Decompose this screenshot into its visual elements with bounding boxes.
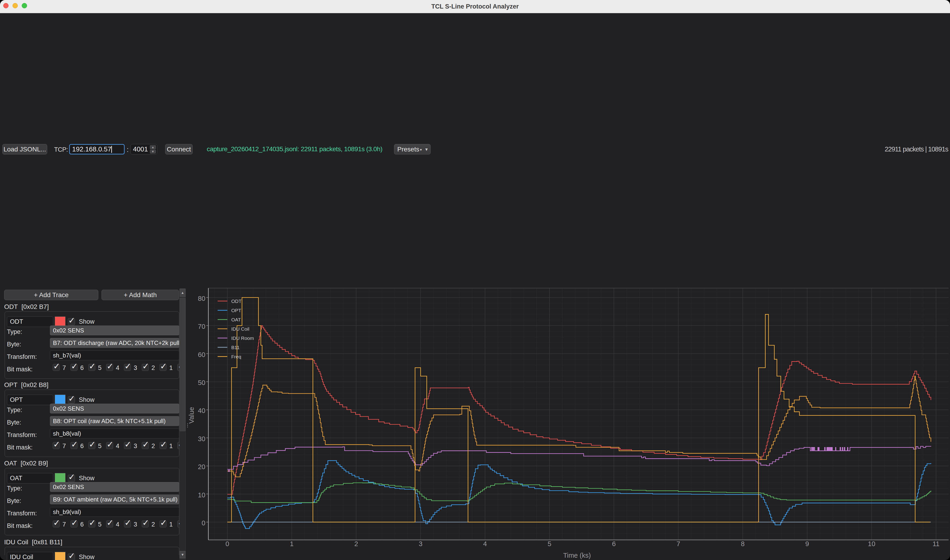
svg-text:40: 40 (198, 407, 205, 414)
svg-text:70: 70 (198, 323, 205, 330)
svg-text:Value: Value (188, 407, 195, 423)
svg-text:3: 3 (419, 540, 422, 548)
svg-text:Freq: Freq (231, 354, 241, 359)
svg-text:0: 0 (225, 540, 229, 548)
svg-text:10: 10 (868, 540, 875, 548)
svg-text:20: 20 (198, 463, 205, 471)
svg-text:B11: B11 (231, 345, 240, 350)
svg-text:6: 6 (612, 540, 616, 548)
svg-text:30: 30 (198, 435, 205, 443)
svg-text:OPT: OPT (231, 308, 241, 313)
svg-text:4: 4 (483, 540, 487, 548)
svg-text:10: 10 (198, 491, 205, 499)
svg-text:OAT: OAT (231, 317, 241, 322)
svg-text:11: 11 (933, 540, 939, 548)
svg-text:9: 9 (805, 540, 809, 548)
svg-text:5: 5 (548, 540, 551, 548)
svg-text:0: 0 (202, 519, 205, 527)
svg-text:80: 80 (198, 295, 205, 302)
svg-text:2: 2 (354, 540, 358, 548)
svg-text:IDU Room: IDU Room (231, 335, 254, 341)
svg-text:Time (ks): Time (ks) (563, 552, 591, 559)
svg-text:IDU Coil: IDU Coil (231, 326, 249, 332)
svg-text:ODT: ODT (231, 298, 242, 304)
svg-text:1: 1 (290, 540, 294, 548)
svg-text:50: 50 (198, 379, 205, 386)
svg-text:8: 8 (741, 540, 745, 548)
svg-text:60: 60 (198, 351, 205, 358)
svg-text:7: 7 (676, 540, 680, 548)
